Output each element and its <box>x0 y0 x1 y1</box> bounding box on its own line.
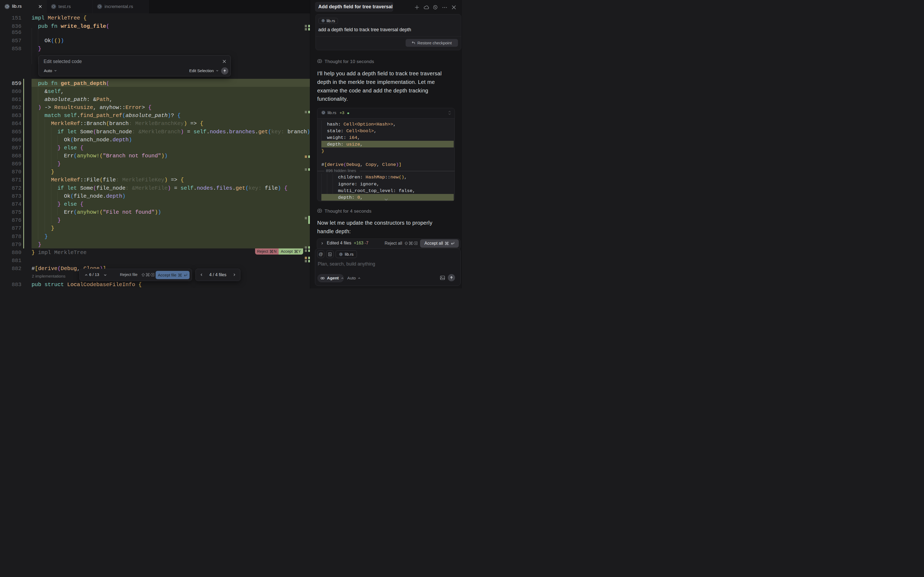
svg-text:R: R <box>6 5 8 8</box>
svg-text:R: R <box>340 253 342 255</box>
svg-text:R: R <box>323 111 324 114</box>
svg-text:R: R <box>52 5 55 8</box>
svg-text:R: R <box>99 5 101 8</box>
